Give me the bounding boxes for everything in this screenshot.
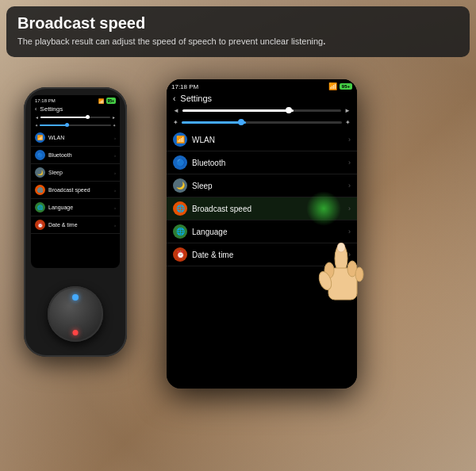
bluetooth-icon-small: 🔵 (35, 150, 45, 160)
nav-dot-blue (72, 294, 79, 301)
sleep-label-small: Sleep (48, 170, 114, 175)
bluetooth-chevron-small: › (114, 153, 116, 158)
broadcast-chevron-small: › (114, 188, 116, 193)
menu-bluetooth-small[interactable]: 🔵 Bluetooth › (31, 147, 120, 164)
volume-thumb-small (86, 115, 90, 119)
header-small: 17:18 PM 📶 95+ (31, 95, 120, 105)
nav-dot-red (73, 330, 79, 335)
menu-sleep-large[interactable]: 🌙 Sleep › (167, 174, 357, 197)
nav-circle-small[interactable] (48, 286, 103, 342)
wlan-chevron-large: › (348, 136, 351, 144)
menu-datetime-small[interactable]: ⏰ Date & time › (31, 216, 120, 234)
menu-bluetooth-large[interactable]: 🔵 Bluetooth › (167, 151, 357, 174)
screen-left: 17:18 PM 📶 95+ ‹ Settings ◄ ► (31, 95, 120, 268)
menu-sleep-small[interactable]: 🌙 Sleep › (31, 164, 120, 182)
brightness-track[interactable] (182, 121, 342, 124)
broadcast-icon-large: 🌐 (173, 201, 187, 216)
touch-hand (317, 243, 381, 317)
screen-right: 17:18 PM 📶 95+ ‹ Settings ◄ ► (167, 79, 357, 389)
settings-small: 17:18 PM 📶 95+ ‹ Settings ◄ ► (31, 95, 120, 268)
bright-high-icon: ✦ (345, 119, 351, 126)
status-icons-large: 📶 95+ (328, 82, 352, 90)
language-icon-large: 🌐 (173, 224, 187, 239)
sleep-label-large: Sleep (192, 182, 348, 190)
settings-title-small: Settings (40, 105, 63, 113)
brightness-thumb (238, 119, 244, 125)
battery-large: 95+ (340, 83, 352, 90)
title-bar-small: ‹ Settings (31, 105, 120, 113)
bluetooth-label-small: Bluetooth (48, 152, 114, 158)
language-icon-small: 🌐 (35, 202, 45, 213)
icons-small: 📶 95+ (98, 98, 116, 104)
sleep-chevron-small: › (114, 170, 116, 175)
menu-language-small[interactable]: 🌐 Language › (31, 199, 120, 216)
volume-fill-small (40, 117, 90, 118)
settings-large: 17:18 PM 📶 95+ ‹ Settings ◄ ► (167, 79, 357, 389)
wlan-chevron-small: › (114, 136, 116, 140)
volume-slider-small: ◄ ► (31, 113, 120, 121)
volume-track-small[interactable] (40, 117, 110, 118)
wlan-icon-small: 📶 (35, 132, 45, 143)
svg-point-6 (337, 243, 345, 252)
hand-svg (317, 243, 381, 314)
banner-title: Broadcast speed (17, 14, 459, 33)
menu-language-large[interactable]: 🌐 Language › (167, 220, 357, 243)
wlan-label-large: WLAN (192, 136, 348, 144)
wlan-label-small: WLAN (48, 135, 114, 140)
vol-high-icon: ► (344, 107, 351, 114)
header-large: 17:18 PM 📶 95+ (167, 79, 357, 92)
bright-high-icon-small: ✦ (113, 123, 116, 128)
bluetooth-icon-large: 🔵 (173, 155, 187, 170)
brightness-thumb-small (65, 123, 69, 127)
banner-desc: The playback result can adjust the speed… (17, 36, 459, 48)
top-banner: Broadcast speed The playback result can … (6, 6, 470, 57)
datetime-icon-small: ⏰ (35, 220, 45, 230)
brightness-slider-large: ✦ ✦ (167, 117, 357, 128)
brightness-track-small[interactable] (40, 124, 111, 126)
broadcast-label-large: Broadcast speed (192, 205, 348, 213)
bluetooth-label-large: Bluetooth (192, 159, 348, 167)
settings-title-large: Settings (180, 94, 212, 103)
volume-thumb (286, 107, 292, 113)
vol-high-icon-small: ► (112, 115, 116, 120)
bright-low-icon: ✦ (173, 119, 178, 126)
device-right: 17:18 PM 📶 95+ ‹ Settings ◄ ► (167, 79, 357, 389)
time-small: 17:18 PM (35, 98, 56, 103)
battery-small: 95+ (106, 98, 116, 104)
device-left: 17:18 PM 📶 95+ ‹ Settings ◄ ► (24, 87, 127, 357)
sleep-icon-large: 🌙 (173, 178, 187, 193)
menu-broadcast-large[interactable]: 🌐 Broadcast speed › (167, 197, 357, 220)
title-bar-large: ‹ Settings (167, 92, 357, 105)
brightness-slider-small: ✦ ✦ (31, 121, 120, 129)
volume-fill (182, 109, 294, 112)
language-chevron-large: › (348, 228, 351, 236)
volume-track[interactable] (182, 109, 341, 112)
broadcast-chevron-large: › (348, 205, 351, 213)
brightness-fill-small (40, 124, 68, 126)
svg-point-4 (355, 267, 363, 281)
datetime-chevron-small: › (114, 223, 116, 228)
wifi-icon-large: 📶 (328, 82, 337, 90)
menu-wlan-small[interactable]: 📶 WLAN › (31, 129, 120, 147)
sleep-chevron-large: › (348, 182, 351, 190)
sleep-icon-small: 🌙 (35, 167, 45, 178)
back-small[interactable]: ‹ (35, 106, 36, 112)
wifi-icon-small: 📶 (98, 98, 104, 104)
back-large[interactable]: ‹ (173, 94, 175, 103)
broadcast-label-small: Broadcast speed (48, 187, 114, 193)
language-label-small: Language (48, 205, 114, 210)
device-bottom-small (29, 268, 122, 352)
language-label-large: Language (192, 228, 348, 236)
bright-low-icon-small: ✦ (35, 123, 38, 128)
bluetooth-chevron-large: › (348, 159, 351, 167)
menu-wlan-large[interactable]: 📶 WLAN › (167, 128, 357, 151)
vol-low-icon: ◄ (173, 107, 179, 114)
language-chevron-small: › (114, 205, 116, 210)
datetime-label-small: Date & time (48, 222, 114, 228)
menu-broadcast-small[interactable]: 🌐 Broadcast speed › (31, 182, 120, 199)
time-large: 17:18 PM (171, 83, 198, 90)
volume-slider-large: ◄ ► (167, 105, 357, 117)
brightness-fill (182, 121, 246, 124)
datetime-icon-large: ⏰ (173, 247, 187, 262)
broadcast-icon-small: 🌐 (35, 185, 45, 195)
